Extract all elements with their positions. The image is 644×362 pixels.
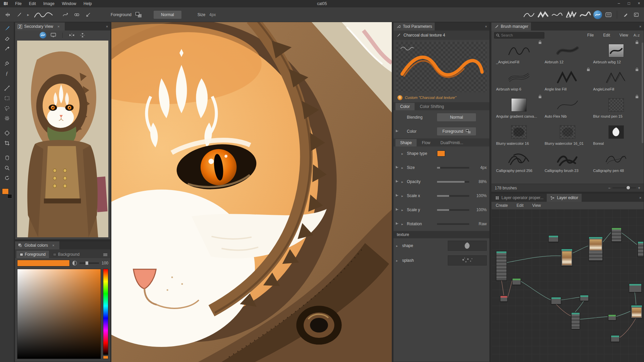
tab-color-shifting[interactable]: Color Shifting (415, 103, 449, 110)
le-menu-edit[interactable]: Edit (512, 203, 528, 208)
saturation-value-picker[interactable] (17, 269, 101, 359)
panel-options-icon[interactable] (102, 251, 109, 258)
brush-list-scrollbar[interactable] (642, 43, 643, 143)
transform-handles-icon[interactable] (3, 10, 12, 19)
size-slider[interactable] (437, 167, 469, 169)
tab-color[interactable]: Color (395, 103, 415, 110)
pan-tool[interactable] (2, 153, 12, 163)
brush-manager-tab[interactable]: Brush manager (491, 22, 531, 31)
layer-node[interactable] (512, 278, 521, 285)
brush-item[interactable]: Airbrush 12 (543, 41, 592, 68)
layer-node[interactable] (500, 296, 507, 302)
layer-node[interactable] (589, 237, 603, 261)
zoom-in-icon[interactable]: + (638, 186, 640, 190)
navigator-orb-icon[interactable] (593, 10, 602, 19)
blending-mode-button[interactable]: Normal (437, 113, 476, 121)
controller-icon[interactable] (395, 165, 399, 170)
scale-y-slider[interactable] (437, 209, 469, 211)
flip-vertical-icon[interactable] (79, 32, 86, 39)
flip-horizontal-icon[interactable] (68, 32, 75, 39)
search-box[interactable] (494, 32, 544, 39)
search-input[interactable] (501, 33, 538, 37)
layer-node[interactable] (548, 235, 558, 242)
shape-type-swatch[interactable] (437, 150, 445, 157)
current-color-bar[interactable] (17, 260, 70, 266)
tab-background[interactable]: Background (50, 251, 83, 258)
eraser-tool[interactable] (2, 34, 12, 44)
active-brush-name[interactable]: Charcoal dual texture 4 (404, 33, 445, 38)
hue-slider[interactable] (103, 269, 108, 355)
layer-node[interactable] (611, 335, 620, 342)
current-stroke-preview-icon[interactable] (33, 10, 54, 19)
brush-item[interactable]: Blurry watercolor 16_01 (543, 122, 592, 149)
chevron-icon[interactable]: ▸ (401, 152, 405, 156)
tab-close-icon[interactable]: × (50, 243, 57, 247)
layer-node[interactable] (638, 241, 644, 257)
close-button[interactable]: × (634, 0, 644, 7)
palette-icon[interactable] (632, 10, 641, 19)
menu-window[interactable]: Window (58, 0, 80, 7)
color-source-button[interactable]: Foreground (437, 127, 476, 135)
sort-az-icon[interactable]: A↓z (634, 33, 641, 37)
panel-close-icon[interactable]: × (637, 24, 644, 28)
controller-icon[interactable] (395, 207, 399, 212)
brush-item[interactable]: Angle line Fill (543, 68, 592, 95)
blend-mode-button[interactable]: Normal (154, 11, 181, 19)
background-color-swatch[interactable] (7, 194, 12, 198)
rect-select-tool[interactable] (2, 93, 12, 103)
secondary-view-viewport[interactable] (17, 41, 108, 237)
chevron-icon[interactable]: ▸ (401, 194, 405, 198)
le-menu-view[interactable]: View (528, 203, 545, 208)
brush-item[interactable]: Airbrush w/bg 12 (592, 41, 640, 68)
transform-tool[interactable] (2, 128, 12, 138)
panel-close-icon[interactable]: × (104, 24, 110, 28)
function-curve-tool[interactable]: ƒ (2, 68, 12, 78)
tab-layer-editor[interactable]: Layer editor (547, 194, 581, 202)
controller-icon[interactable] (395, 193, 399, 198)
brush-item[interactable]: AngleLineFill (592, 68, 640, 95)
layer-node[interactable] (551, 297, 561, 304)
nib-angle-icon[interactable] (84, 10, 93, 19)
bm-menu-file[interactable]: File (583, 33, 598, 38)
panel-close-icon[interactable]: × (483, 24, 489, 28)
thumbnail-size-slider[interactable] (612, 187, 636, 188)
stroke-smoothing-icon[interactable] (61, 10, 70, 19)
opacity-slider[interactable] (437, 181, 469, 183)
bm-menu-view[interactable]: View (615, 33, 632, 38)
maximize-button[interactable]: □ (624, 0, 634, 7)
layer-node[interactable] (631, 305, 642, 318)
pattern-tool[interactable] (2, 113, 12, 123)
brush-item[interactable]: Auto Flex Nib (543, 95, 592, 122)
brush-preset-icon[interactable] (15, 10, 23, 19)
tab-dualprimitive[interactable]: DualPrimiti... (436, 139, 468, 146)
brush-item[interactable]: Calligraphy pencil 256 (495, 149, 543, 176)
brush-variant-5-icon[interactable] (579, 10, 591, 19)
secondary-view-tab[interactable]: 2 Secondary View × (15, 22, 65, 31)
layer-node[interactable] (611, 228, 622, 242)
brush-variant-4-icon[interactable] (565, 10, 577, 19)
chevron-icon[interactable]: ▸ (396, 244, 399, 248)
size-value[interactable]: 4px (209, 12, 216, 17)
brush-variant-2-icon[interactable] (537, 10, 549, 19)
rotate-view-tool[interactable] (2, 173, 12, 183)
menu-help[interactable]: Help (80, 0, 96, 7)
fill-bucket-tool[interactable] (2, 58, 12, 68)
brush-item[interactable]: Calligraphy brush 23 (543, 149, 592, 176)
tool-parameters-tab[interactable]: Tool Parameters (393, 22, 435, 31)
brush-item[interactable]: Blur round pen 15 (592, 95, 640, 122)
brush-item[interactable]: Angular gradient canva... (495, 95, 543, 122)
controller-icon[interactable] (395, 129, 399, 134)
tab-layer-operator[interactable]: Layer operator proper... (491, 194, 547, 202)
crop-tool[interactable] (2, 138, 12, 148)
rotation-slider[interactable] (437, 223, 469, 225)
tab-shape[interactable]: Shape (395, 139, 417, 146)
foreground-background-swatches[interactable] (2, 188, 12, 198)
layer-node[interactable] (629, 284, 642, 292)
chevron-icon[interactable]: ▸ (401, 166, 405, 170)
brush-variant-3-icon[interactable] (551, 10, 563, 19)
chevron-icon[interactable]: ▸ (396, 259, 399, 262)
brush-dropdown-chevron-icon[interactable]: ▸ (26, 10, 30, 19)
texture-shape-thumbnail[interactable] (448, 241, 487, 251)
lasso-select-tool[interactable] (2, 103, 12, 113)
le-menu-create[interactable]: Create (491, 203, 512, 208)
